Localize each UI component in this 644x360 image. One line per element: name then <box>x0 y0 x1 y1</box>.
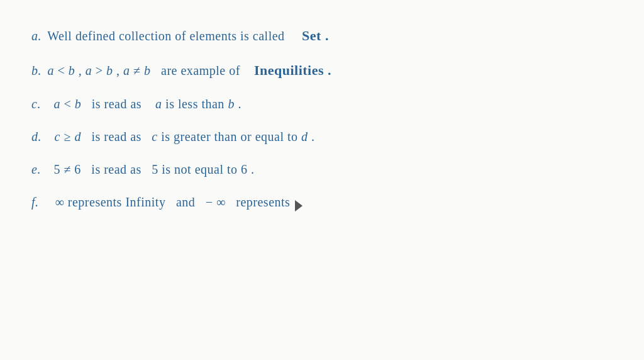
line-a: a. Well defined collection of elements i… <box>31 25 613 46</box>
page-content: a. Well defined collection of elements i… <box>0 0 644 360</box>
label-d: d. <box>31 130 42 143</box>
line-d: d. c ≥ d is read as c is greater than or… <box>31 127 613 146</box>
line-b: b. a < b , a > b , a ≠ b are example of … <box>31 60 613 81</box>
line-e-text: 5 ≠ 6 is read as 5 is not equal to 6 . <box>47 162 254 176</box>
line-e: e. 5 ≠ 6 is read as 5 is not equal to 6 … <box>31 160 613 179</box>
line-c-text: a < b is read as a is less than b . <box>47 97 241 111</box>
line-c: c. a < b is read as a is less than b . <box>31 94 613 113</box>
cursor-icon <box>295 198 303 209</box>
label-c: c. <box>31 97 41 111</box>
line-b-text: a < b , a > b , a ≠ b are example of Ine… <box>48 64 332 77</box>
label-a: a. <box>31 29 42 43</box>
line-f-text: ∞ represents Infinity and − ∞ represents <box>45 195 303 209</box>
line-a-text: Well defined collection of elements is c… <box>47 29 329 43</box>
line-f: f. ∞ represents Infinity and − ∞ represe… <box>31 193 613 211</box>
line-a-answer: Set . <box>302 28 329 43</box>
label-b: b. <box>31 64 42 77</box>
label-e: e. <box>31 162 41 176</box>
line-b-answer: Inequilities . <box>254 62 331 78</box>
label-f: f. <box>31 195 39 209</box>
line-d-text: c ≥ d is read as c is greater than or eq… <box>48 130 315 143</box>
